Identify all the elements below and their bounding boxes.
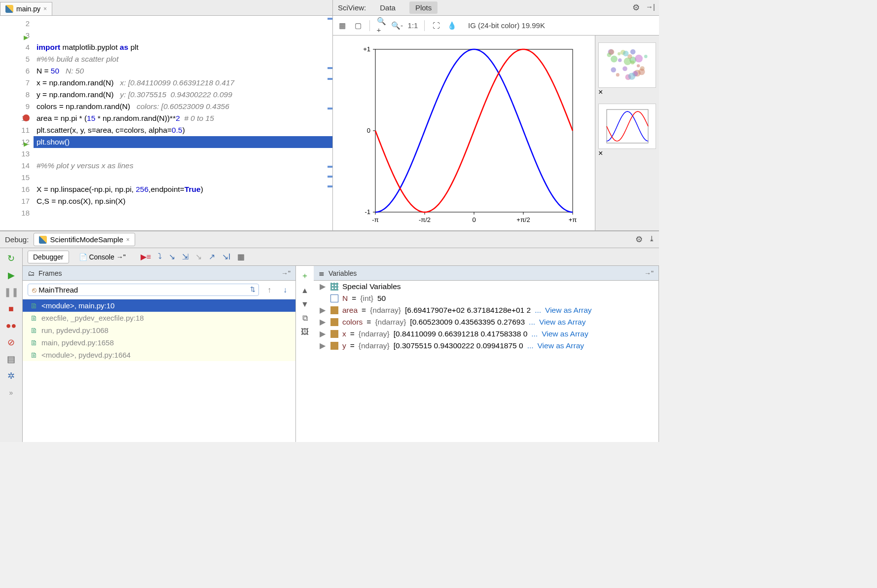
zoom-in-icon[interactable]: 🔍+ [377, 21, 386, 30]
force-step-into-icon[interactable]: ↘ [195, 252, 202, 261]
frame-row[interactable]: 🗎execfile, _pydev_execfile.py:18 [23, 312, 295, 324]
step-over-icon[interactable]: ⤵ [158, 252, 162, 261]
view-as-array-link[interactable]: View as Array [539, 318, 585, 327]
variable-row[interactable]: ▶y = {ndarray} [0.3075515 0.94300222 0.0… [314, 340, 658, 352]
variable-row[interactable]: ▶x = {ndarray} [0.84110099 0.66391218 0.… [314, 328, 658, 340]
view-as-array-link[interactable]: View as Array [545, 306, 591, 315]
frame-row[interactable]: 🗎<module>, pydevd.py:1664 [23, 349, 295, 361]
restore-icon[interactable]: →" [281, 269, 291, 277]
plot-thumbnail[interactable] [598, 42, 656, 88]
debug-label: Debug: [5, 235, 29, 244]
run-to-cursor-icon[interactable]: ↘I [222, 252, 230, 261]
array-icon [330, 318, 338, 326]
frame-icon: 🗎 [30, 302, 37, 310]
tab-console[interactable]: 📄 Console →" [74, 251, 131, 263]
code-line[interactable]: area = np.pi * (15 * np.random.rand(N))*… [34, 112, 332, 124]
select-icon[interactable]: ▦ [338, 21, 347, 30]
debug-config-name: ScientificModeSample [50, 235, 123, 244]
copy-icon[interactable]: ⧉ [302, 314, 308, 323]
frame-row[interactable]: 🗎<module>, main.py:10 [23, 299, 295, 312]
code-line[interactable] [34, 172, 332, 184]
plot-thumbnail[interactable] [598, 104, 656, 149]
tab-debugger[interactable]: Debugger [28, 251, 69, 263]
code-line[interactable] [34, 219, 332, 230]
debug-config-tab[interactable]: ScientificModeSample × [34, 233, 135, 246]
stop-icon[interactable]: ■ [6, 303, 17, 314]
code-line[interactable]: N = 50 N: 50 [34, 65, 332, 77]
file-tab-main[interactable]: main.py × [0, 2, 52, 15]
frame-row[interactable]: 🗎run, pydevd.py:1068 [23, 324, 295, 336]
close-icon[interactable]: × [126, 236, 130, 243]
gear-icon[interactable]: ⚙ [635, 234, 643, 245]
svg-point-32 [610, 56, 617, 63]
sciview-title: SciView: [338, 3, 366, 12]
frame-down-icon[interactable]: ↓ [280, 286, 291, 294]
evaluate-icon[interactable]: ▦ [237, 252, 245, 261]
variable-row[interactable]: ▶area = {ndarray} [6.69417907e+02 6.3718… [314, 304, 658, 316]
variable-row[interactable]: ▶colors = {ndarray} [0.60523009 0.435633… [314, 316, 658, 328]
code-area[interactable]: 23▶456789101112▶131415161718 import matp… [0, 16, 332, 230]
code-line[interactable]: plt.scatter(x, y, s=area, c=colors, alph… [34, 124, 332, 136]
gear-icon[interactable]: ⚙ [632, 2, 640, 13]
array-icon [330, 342, 338, 350]
step-into-icon[interactable]: ↘ [169, 252, 175, 261]
variable-row[interactable]: ▶Special Variables [314, 281, 658, 293]
code-line[interactable]: X = np.linspace(-np.pi, np.pi, 256,endpo… [34, 184, 332, 195]
color-picker-icon[interactable]: 💧 [447, 21, 456, 30]
view-as-array-link[interactable]: View as Array [538, 341, 584, 350]
watches-icon[interactable]: 🖼 [301, 328, 309, 336]
code-line[interactable]: C,S = np.cos(X), np.sin(X) [34, 195, 332, 207]
tab-plots[interactable]: Plots [409, 1, 438, 14]
step-into-my-icon[interactable]: ⇲ [182, 252, 188, 261]
code-line[interactable]: #%% plot y versus x as lines [34, 160, 332, 172]
grid-icon[interactable]: ▢ [354, 21, 363, 30]
code-line[interactable]: y = np.random.rand(N) y: [0.3075515 0.94… [34, 89, 332, 101]
svg-point-37 [630, 49, 635, 55]
close-icon[interactable]: × [43, 5, 47, 12]
settings-icon[interactable]: ✲ [6, 370, 17, 381]
view-breakpoints-icon[interactable]: ●● [6, 320, 17, 331]
rerun-icon[interactable]: ↻ [6, 253, 17, 264]
more-icon[interactable]: » [6, 387, 17, 398]
zoom-actual-icon[interactable]: 1:1 [408, 21, 417, 30]
variables-list: ▶Special VariablesN = {int} 50▶area = {n… [314, 281, 658, 442]
nav-down-icon[interactable]: ▼ [301, 300, 309, 309]
code-body[interactable]: import matplotlib.pyplot as plt#%% build… [34, 16, 332, 230]
add-watch-icon[interactable]: ＋ [301, 271, 309, 281]
view-as-array-link[interactable]: View as Array [542, 330, 588, 338]
code-line[interactable] [34, 148, 332, 160]
thread-selector[interactable]: ⎋ MainThread [28, 284, 259, 296]
array-icon [330, 330, 338, 338]
resume-icon[interactable]: ▶ [6, 270, 17, 281]
frames-pane: 🗂 Frames →" ⎋ MainThread ↑ ↓ [23, 266, 296, 442]
frame-up-icon[interactable]: ↑ [264, 286, 275, 294]
close-icon[interactable]: × [598, 88, 603, 96]
code-line[interactable]: import matplotlib.pyplot as plt [34, 41, 332, 53]
step-out-icon[interactable]: ↗ [209, 252, 215, 261]
code-line[interactable]: #%% build a scatter plot [34, 53, 332, 65]
pause-icon[interactable]: ❚❚ [6, 287, 17, 297]
breakpoint-icon[interactable] [23, 114, 30, 121]
tab-data[interactable]: Data [374, 1, 402, 14]
hide-icon[interactable]: →| [646, 2, 655, 13]
svg-point-36 [623, 58, 631, 65]
download-icon[interactable]: ⤓ [649, 234, 655, 245]
nav-up-icon[interactable]: ▲ [301, 286, 309, 295]
mute-breakpoints-icon[interactable]: ⊘ [6, 337, 17, 348]
show-exec-point-icon[interactable]: ▶≡ [141, 252, 151, 261]
code-line[interactable]: plt.show() [34, 136, 332, 148]
variable-row[interactable]: N = {int} 50 [314, 293, 658, 304]
frame-row[interactable]: 🗎main, pydevd.py:1658 [23, 336, 295, 349]
fit-icon[interactable]: ⛶ [432, 21, 440, 30]
editor-gutter[interactable]: 23▶456789101112▶131415161718 [0, 16, 34, 230]
code-line[interactable]: x = np.random.rand(N) x: [0.84110099 0.6… [34, 77, 332, 89]
main-plot[interactable]: -π-π/20+π/2+π-10+1 [351, 39, 578, 227]
code-line[interactable] [34, 207, 332, 219]
close-icon[interactable]: × [598, 149, 603, 157]
plot-area: -π-π/20+π/2+π-10+1 [333, 36, 595, 230]
zoom-out-icon[interactable]: 🔍- [393, 21, 402, 30]
code-line[interactable]: colors = np.random.rand(N) colors: [0.60… [34, 101, 332, 112]
restore-icon[interactable]: →" [644, 269, 654, 277]
layout-icon[interactable]: ▤ [6, 354, 17, 365]
frame-icon: 🗎 [30, 351, 37, 359]
